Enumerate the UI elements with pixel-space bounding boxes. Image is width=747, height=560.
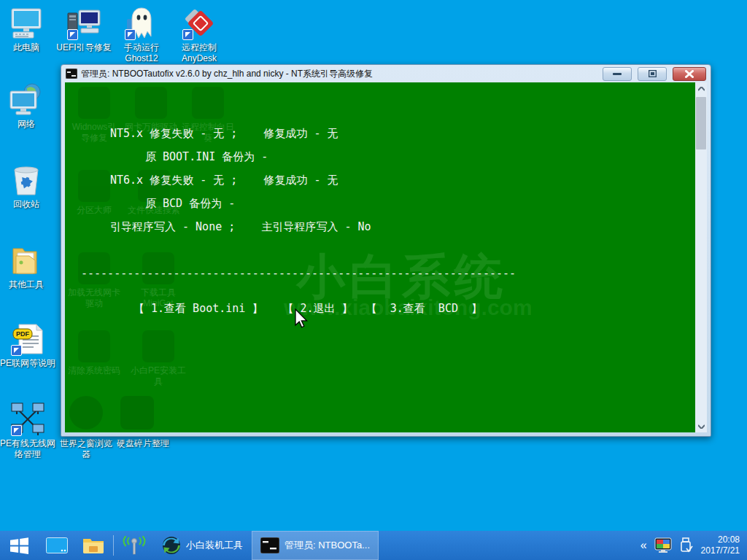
desktop-icon-recycle-bin[interactable]: 回收站 [1, 163, 51, 210]
desktop-icon-network[interactable]: 网络 [1, 82, 51, 130]
desktop-icon-label: UEFI引导修复 [55, 42, 112, 53]
circular-arrows-icon [162, 536, 181, 555]
system-tray: « 20:08 2017/7/21 [640, 531, 747, 560]
desktop-icon-pe-net-mgmt[interactable]: PE有线无线网 络管理 [0, 402, 55, 460]
shortcut-arrow-icon [11, 345, 22, 356]
desktop-icon-pe-readme[interactable]: PDF PE联网等说明 [0, 322, 55, 369]
desktop-icon-anydesk[interactable]: 远程控制 AnyDesk [173, 6, 225, 64]
display-icon [46, 537, 68, 553]
tray-date: 2017/7/21 [701, 545, 740, 556]
anydesk-diamond-icon [182, 6, 217, 41]
ghost-icon-wireless-driver: 加载无线网卡 驱动 [66, 252, 122, 309]
desktop-icon-label: 手动运行 Ghost12 [115, 42, 168, 64]
desktop-icon-label: 回收站 [1, 199, 51, 210]
cmd-icon [260, 537, 279, 553]
shortcut-arrow-icon [182, 29, 193, 40]
scroll-up-button[interactable] [695, 82, 707, 95]
maximize-button[interactable] [638, 67, 667, 81]
recycle-bin-icon [9, 163, 44, 198]
pdf-document-icon: PDF [10, 322, 45, 357]
ghost-icon-miniget: 下载工具 MiniGet [131, 252, 186, 309]
tray-time: 20:08 [701, 534, 740, 545]
desktop-icon-label: PE有线无线网 络管理 [0, 438, 55, 460]
tray-overflow-chevron[interactable]: « [640, 540, 647, 551]
window-titlebar[interactable]: 管理员: NTBOOTautofix v2.6.0 by chz_hlh and… [61, 65, 711, 82]
scrollbar-thumb[interactable] [696, 97, 706, 149]
network-computers-icon [10, 402, 45, 437]
desktop-icon-run-ghost[interactable]: 手动运行 Ghost12 [115, 6, 168, 64]
ghost-icon-clear-password: 清除系统密码 [66, 330, 122, 376]
console-line: 原 BOOT.INI 备份为 - [145, 151, 268, 163]
shortcut-arrow-icon [67, 29, 78, 40]
desktop-icon-this-pc[interactable]: 此电脑 [1, 6, 51, 53]
taskbar-task-ntbootautofix[interactable]: 管理员: NTBOOTa... [252, 531, 379, 560]
mouse-cursor [294, 308, 309, 330]
tray-clock[interactable]: 20:08 2017/7/21 [701, 534, 740, 556]
desktop-icon-label: 硬盘碎片整理 [114, 438, 172, 449]
usb-eject-tray-icon[interactable] [679, 537, 694, 554]
ghost-cubes-icon [120, 396, 154, 429]
shortcut-arrow-icon [11, 425, 22, 436]
desktop-icon-uefi-repair[interactable]: UEFI引导修复 [55, 6, 112, 53]
pdf-badge-text: PDF [13, 330, 32, 338]
taskbar-separator [113, 535, 114, 556]
computer-icon [9, 6, 44, 41]
minimize-button[interactable] [603, 67, 632, 81]
desktop-icon-label: 世界之窗浏览 器 [58, 438, 114, 460]
vertical-scrollbar[interactable] [695, 82, 707, 432]
antenna-icon [123, 536, 146, 555]
window-title: 管理员: NTBOOTautofix v2.6.0 by chz_hlh and… [81, 68, 597, 80]
network-globe-icon [9, 82, 44, 117]
ghost-icon-nic-driver: 网卡万能驱动 [123, 87, 179, 133]
cmd-icon [66, 69, 77, 79]
console-window: 管理员: NTBOOTautofix v2.6.0 by chz_hlh and… [61, 64, 711, 437]
desktop-icon-label: 其他工具 [1, 279, 51, 290]
start-button[interactable] [0, 531, 39, 560]
console-line: NT5.x 修复失败 - 无 ; 修复成功 - 无 [110, 128, 338, 139]
close-button[interactable] [673, 67, 706, 81]
taskbar: 小白装机工具 管理员: NTBOOTa... « 20:08 2017/7/21 [0, 531, 747, 560]
display-settings-tray-icon[interactable] [654, 537, 672, 553]
task-label: 小白装机工具 [186, 539, 243, 552]
folder-icon [82, 537, 104, 554]
desktop-icon-label: 远程控制 AnyDesk [173, 42, 225, 64]
ghost-icon-pe-installer: 小白PE安装工 具 [131, 330, 186, 387]
scroll-down-button[interactable] [695, 420, 707, 432]
desktop-icon-label: 网络 [1, 119, 51, 130]
folder-icon [9, 243, 44, 278]
ghost-globe-icon [69, 396, 103, 429]
console-line: 引导程序写入 - None ; 主引导程序写入 - No [110, 221, 371, 233]
windows-logo-icon [9, 536, 29, 556]
file-explorer-button[interactable] [75, 531, 112, 560]
desktop-icon-label: PE联网等说明 [0, 358, 55, 369]
wireless-tool-button[interactable] [115, 531, 153, 560]
console-line: NT6.x 修复失败 - 无 ; 修复成功 - 无 [110, 174, 338, 186]
ghost-icon [124, 6, 159, 41]
shortcut-arrow-icon [125, 29, 136, 40]
console-line: 原 BCD 备份为 - [145, 198, 235, 209]
desktop-icon-other-tools[interactable]: 其他工具 [1, 243, 51, 290]
taskbar-task-xiaobai-tool[interactable]: 小白装机工具 [153, 531, 252, 560]
task-label: 管理员: NTBOOTa... [285, 539, 370, 552]
desktop-icon-label: 此电脑 [1, 42, 51, 53]
console-separator-line: ----------------------------------------… [81, 268, 516, 279]
pc-with-monitor-icon [66, 6, 101, 41]
console-output: Widnows引 导修复 网卡万能驱动 远程控制向日 葵 分区大师 文件快速搜索… [65, 82, 707, 432]
show-desktop-button[interactable] [39, 531, 75, 560]
